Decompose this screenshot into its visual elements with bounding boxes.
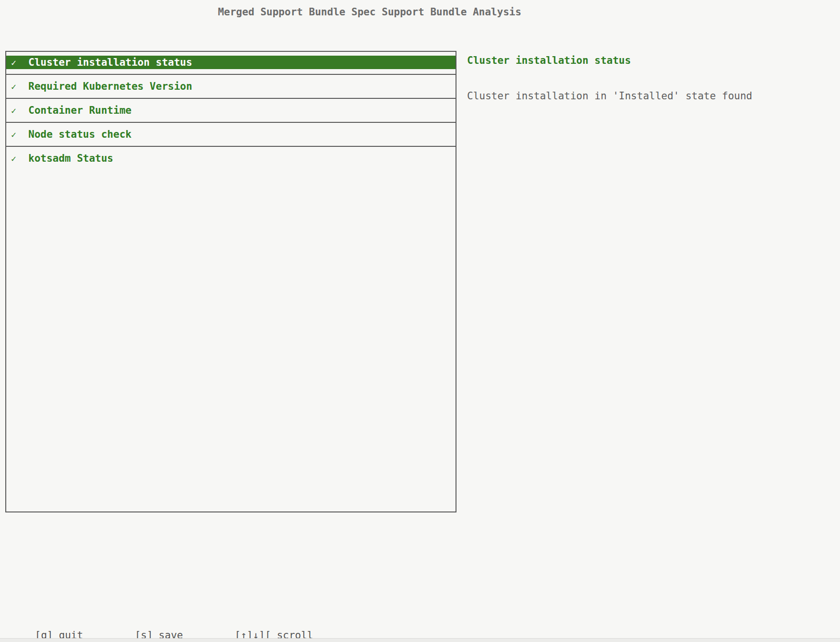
list-item-label: Required Kubernetes Version bbox=[28, 81, 192, 92]
page-title: Merged Support Bundle Spec Support Bundl… bbox=[0, 6, 739, 18]
list-separator bbox=[6, 146, 456, 147]
check-icon: ✓ bbox=[11, 130, 28, 140]
list-item-label: Container Runtime bbox=[28, 105, 132, 116]
detail-pane: Cluster installation status Cluster inst… bbox=[467, 54, 822, 103]
detail-title: Cluster installation status bbox=[467, 54, 822, 67]
list-item-node-status-check[interactable]: ✓ Node status check bbox=[6, 128, 456, 141]
analyzer-results-list[interactable]: ✓ Cluster installation status ✓ Required… bbox=[5, 51, 456, 512]
list-item-label: Node status check bbox=[28, 129, 132, 140]
window-bottom-edge bbox=[0, 638, 840, 642]
list-item-label: Cluster installation status bbox=[28, 57, 192, 68]
list-item-cluster-installation-status[interactable]: ✓ Cluster installation status bbox=[6, 56, 456, 69]
check-icon: ✓ bbox=[11, 106, 28, 116]
list-separator bbox=[6, 122, 456, 123]
list-item-required-kubernetes-version[interactable]: ✓ Required Kubernetes Version bbox=[6, 80, 456, 93]
list-item-kotsadm-status[interactable]: ✓ kotsadm Status bbox=[6, 152, 456, 165]
list-item-container-runtime[interactable]: ✓ Container Runtime bbox=[6, 104, 456, 117]
list-item-label: kotsadm Status bbox=[28, 153, 113, 164]
check-icon: ✓ bbox=[11, 58, 28, 68]
detail-message: Cluster installation in 'Installed' stat… bbox=[467, 89, 822, 103]
list-separator bbox=[6, 98, 456, 99]
list-separator bbox=[6, 74, 456, 75]
check-icon: ✓ bbox=[11, 154, 28, 164]
check-icon: ✓ bbox=[11, 82, 28, 92]
